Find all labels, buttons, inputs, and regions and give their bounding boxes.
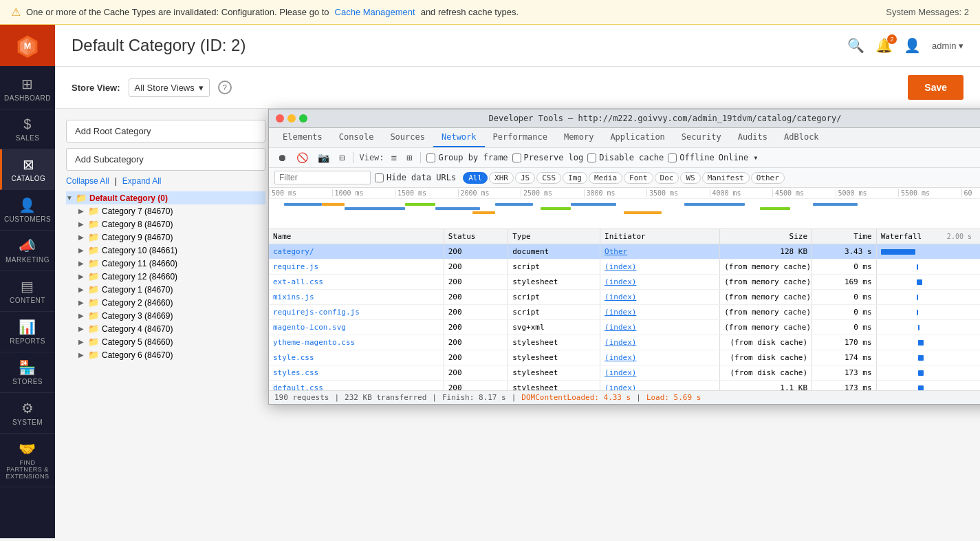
disable-cache-label[interactable]: Disable cache (587, 153, 664, 162)
col-header-initiator: Initiator (600, 229, 720, 244)
offline-checkbox[interactable] (668, 153, 677, 162)
tree-node-9[interactable]: ▶📁Category 4 (84670) (78, 322, 265, 335)
disable-cache-checkbox[interactable] (587, 153, 596, 162)
tree-node-3[interactable]: ▶📁Category 10 (84661) (78, 244, 265, 257)
close-window-button[interactable] (276, 114, 284, 123)
sidebar-item-dashboard[interactable]: ⊞ DASHBOARD (0, 69, 55, 109)
grid-view-icon[interactable]: ⊞ (404, 151, 415, 165)
list-view-icon[interactable]: ≡ (389, 151, 400, 165)
devtools-tab-memory[interactable]: Memory (556, 128, 602, 147)
search-icon[interactable]: 🔍 (847, 37, 864, 54)
sidebar-item-marketing[interactable]: 📣 MARKETING (0, 231, 55, 271)
camera-icon[interactable]: 📷 (315, 151, 332, 165)
preserve-log-checkbox[interactable] (512, 153, 521, 162)
table-row[interactable]: ytheme-magento.css 200 stylesheet (index… (269, 335, 980, 350)
tree-node-6[interactable]: ▶📁Category 1 (84670) (78, 283, 265, 296)
filter-pill-img[interactable]: Img (563, 172, 587, 184)
online-dropdown[interactable]: Online ▾ (719, 153, 759, 162)
devtools-tab-network[interactable]: Network (433, 128, 485, 147)
table-row[interactable]: mixins.js 200 script (index) (from memor… (269, 290, 980, 305)
sidebar-item-content[interactable]: ▤ CONTENT (0, 271, 55, 312)
devtools-tab-security[interactable]: Security (673, 128, 730, 147)
tree-node-0[interactable]: ▶📁Category 7 (84670) (78, 204, 265, 218)
add-subcategory-button[interactable]: Add Subcategory (66, 148, 265, 171)
group-by-frame-label[interactable]: Group by frame (426, 153, 508, 162)
filter-pill-ws[interactable]: WS (680, 172, 700, 184)
filter-pill-all[interactable]: All (463, 172, 488, 184)
group-by-frame-checkbox[interactable] (426, 153, 435, 162)
filter-pill-media[interactable]: Media (589, 172, 622, 184)
filter-pill-css[interactable]: CSS (536, 172, 561, 184)
devtools-tab-audits[interactable]: Audits (730, 128, 776, 147)
notification-bell[interactable]: 🔔 2 (875, 37, 893, 54)
filter-pill-manifest[interactable]: Manifest (702, 172, 750, 184)
sidebar-item-sales[interactable]: $ SALES (0, 109, 55, 149)
tree-node-10[interactable]: ▶📁Category 5 (84660) (78, 335, 265, 348)
network-timeline[interactable]: 500 ms1000 ms1500 ms2000 ms2500 ms3000 m… (269, 188, 980, 229)
filter-icon[interactable]: ⊟ (336, 151, 347, 165)
hide-data-urls-label[interactable]: Hide data URLs (375, 173, 456, 182)
app-layout: M ⊞ DASHBOARD $ SALES ⊠ CATALOG 👤 CUSTOM… (0, 25, 980, 538)
tree-node-8[interactable]: ▶📁Category 3 (84669) (78, 309, 265, 322)
tree-node-5[interactable]: ▶📁Category 12 (84660) (78, 270, 265, 283)
help-icon[interactable]: ? (218, 81, 232, 94)
tree-node-11[interactable]: ▶📁Category 6 (84670) (78, 348, 265, 361)
tree-node-4[interactable]: ▶📁Category 11 (84660) (78, 257, 265, 270)
add-root-category-button[interactable]: Add Root Category (66, 120, 265, 142)
sidebar-item-partners[interactable]: 🤝 FIND PARTNERS & EXTENSIONS (0, 434, 55, 487)
filter-pill-font[interactable]: Font (624, 172, 653, 184)
sidebar-label-dashboard: DASHBOARD (4, 94, 51, 102)
table-row[interactable]: requirejs-config.js 200 script (index) (… (269, 305, 980, 320)
devtools-tab-console[interactable]: Console (331, 128, 382, 147)
sidebar-item-reports[interactable]: 📊 REPORTS (0, 312, 55, 352)
clear-icon[interactable]: 🚫 (294, 151, 311, 165)
admin-menu[interactable]: admin ▾ (932, 41, 963, 51)
tree-node-root[interactable]: ▼ 📁 Default Category (0) (66, 191, 265, 204)
tree-node-7[interactable]: ▶📁Category 2 (84660) (78, 296, 265, 309)
table-row[interactable]: default.css 200 stylesheet (index) 1.1 K… (269, 381, 980, 390)
cell-size: (from memory cache) (720, 305, 812, 319)
table-row[interactable]: ext-all.css 200 stylesheet (index) (from… (269, 275, 980, 290)
sidebar-item-stores[interactable]: 🏪 STORES (0, 352, 55, 393)
devtools-tab-application[interactable]: Application (602, 128, 673, 147)
network-filter-input[interactable] (274, 171, 371, 184)
system-messages[interactable]: System Messages: 2 (886, 7, 969, 17)
table-row[interactable]: category/ 200 document Other 128 KB 3.43… (269, 244, 980, 259)
filter-pill-other[interactable]: Other (751, 172, 785, 184)
hide-data-urls-checkbox[interactable] (375, 173, 384, 182)
cell-time: 0 ms (812, 305, 877, 319)
maximize-window-button[interactable] (299, 114, 307, 123)
devtools-tab-elements[interactable]: Elements (274, 128, 331, 147)
devtools-tab-sources[interactable]: Sources (382, 128, 433, 147)
filter-pill-js[interactable]: JS (515, 172, 535, 184)
table-row[interactable]: style.css 200 stylesheet (index) (from d… (269, 350, 980, 365)
preserve-log-label[interactable]: Preserve log (512, 153, 584, 162)
col-header-type: Type (508, 229, 600, 244)
cell-waterfall (877, 365, 980, 380)
tree-node-1[interactable]: ▶📁Category 8 (84670) (78, 218, 265, 231)
cell-time: 174 ms (812, 350, 877, 365)
collapse-all-link[interactable]: Collapse All (66, 176, 109, 186)
sidebar-item-customers[interactable]: 👤 CUSTOMERS (0, 190, 55, 231)
sidebar-logo[interactable]: M (0, 25, 55, 66)
table-row[interactable]: magento-icon.svg 200 svg+xml (index) (fr… (269, 320, 980, 335)
table-row[interactable]: styles.css 200 stylesheet (index) (from … (269, 365, 980, 381)
offline-label[interactable]: Offline (668, 153, 715, 162)
table-row[interactable]: require.js 200 script (index) (from memo… (269, 259, 980, 275)
cache-management-link[interactable]: Cache Management (335, 7, 415, 17)
filter-pill-doc[interactable]: Doc (655, 172, 679, 184)
minimize-window-button[interactable] (287, 114, 296, 123)
expand-all-link[interactable]: Expand All (122, 176, 162, 186)
record-icon[interactable]: ⏺ (274, 151, 290, 165)
sidebar-item-catalog[interactable]: ⊠ CATALOG (0, 149, 55, 190)
devtools-tab-adblock[interactable]: AdBlock (776, 128, 827, 147)
devtools-filter-row: Hide data URLs AllXHRJSCSSImgMediaFontDo… (269, 168, 980, 188)
save-button[interactable]: Save (908, 75, 963, 100)
sidebar-item-system[interactable]: ⚙ SYSTEM (0, 393, 55, 434)
store-view-dropdown[interactable]: All Store Views ▾ (129, 78, 210, 97)
tree-node-2[interactable]: ▶📁Category 9 (84670) (78, 231, 265, 244)
cell-name: default.css (269, 381, 444, 390)
filter-pill-xhr[interactable]: XHR (489, 172, 514, 184)
folder-icon: 📁 (88, 206, 99, 216)
devtools-tab-performance[interactable]: Performance (485, 128, 556, 147)
